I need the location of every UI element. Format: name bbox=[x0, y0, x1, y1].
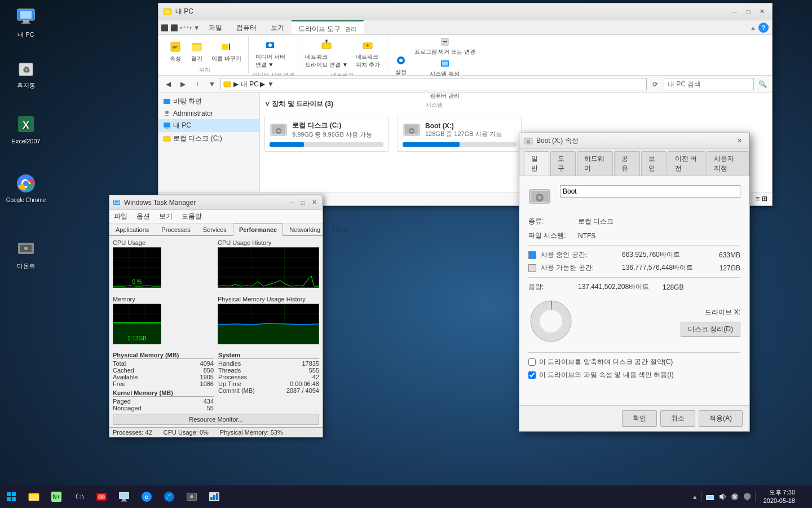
dialog-tab-general[interactable]: 일반 bbox=[524, 151, 549, 176]
dialog-tab-hardware[interactable]: 하드웨어 bbox=[577, 151, 613, 176]
cpu-history-graph bbox=[218, 247, 319, 288]
search-input[interactable] bbox=[664, 78, 754, 90]
tm-tab-performance[interactable]: Performance bbox=[233, 224, 283, 236]
ribbon-manage-label: 관리 bbox=[345, 26, 356, 32]
taskbar-item-ie[interactable]: e bbox=[135, 485, 158, 508]
ribbon-tab-file[interactable]: 파일 bbox=[202, 20, 230, 34]
taskbar-item-edge[interactable] bbox=[158, 485, 180, 508]
tm-menu-options[interactable]: 옵션 bbox=[132, 210, 155, 223]
dialog-tab-customize[interactable]: 사용자 지정 bbox=[707, 151, 749, 176]
start-button[interactable] bbox=[0, 485, 23, 508]
tm-menu-file[interactable]: 파일 bbox=[109, 210, 132, 223]
dialog-close-btn[interactable]: ✕ bbox=[734, 136, 745, 146]
memory-label: Memory bbox=[113, 296, 214, 303]
tm-menu-view[interactable]: 보기 bbox=[155, 210, 177, 223]
desktop-icon-excel[interactable]: X Excel2007 bbox=[6, 113, 46, 144]
tray-volume-icon[interactable] bbox=[718, 492, 727, 501]
stat-commit: Commit (MB) 2087 / 4094 bbox=[218, 387, 319, 394]
drive-item-x[interactable]: Boot (X:) 128GB 중 127GB 사용 가능 bbox=[398, 116, 522, 152]
tm-restore-btn[interactable]: □ bbox=[298, 198, 308, 207]
desktop-icon-chrome[interactable]: Google Chrome bbox=[6, 172, 46, 203]
tm-tab-users[interactable]: Users bbox=[326, 224, 355, 236]
svg-rect-42 bbox=[165, 128, 169, 129]
desktop-icon-recycle[interactable]: ♻ 휴지통 bbox=[6, 56, 46, 90]
index-checkbox[interactable] bbox=[528, 371, 536, 379]
svg-point-108 bbox=[164, 492, 174, 502]
sidebar-item-drive-c[interactable]: 로컬 디스크 (C:) bbox=[158, 132, 259, 145]
svg-point-10 bbox=[23, 181, 29, 186]
svg-point-47 bbox=[277, 130, 280, 132]
nav-forward-btn[interactable]: ▶ bbox=[176, 78, 189, 90]
tm-close-btn[interactable]: ✕ bbox=[309, 198, 319, 207]
ribbon-btn-rename[interactable]: 이름 바꾸기 bbox=[208, 38, 245, 65]
ribbon-tab-drivetool[interactable]: 드라이브 도구 관리 bbox=[292, 20, 364, 34]
taskbar-show-desktop[interactable] bbox=[803, 485, 807, 508]
dialog-tab-security[interactable]: 보안 bbox=[641, 151, 667, 176]
taskbar-items: N+ C:\> CD bbox=[23, 485, 687, 508]
sidebar-item-desktop[interactable]: 바탕 화면 bbox=[158, 95, 259, 108]
tray-security-icon[interactable] bbox=[743, 492, 752, 501]
tm-menu-help[interactable]: 도움말 bbox=[177, 210, 206, 223]
explorer-minimize-btn[interactable]: ─ bbox=[729, 7, 740, 17]
stat-cached: Cached 850 bbox=[113, 367, 214, 374]
view-grid-btn[interactable]: ⊞ bbox=[762, 195, 767, 203]
address-refresh-btn[interactable]: ⟳ bbox=[649, 78, 661, 90]
help-icon[interactable]: ? bbox=[758, 23, 769, 33]
svg-rect-20 bbox=[192, 45, 201, 51]
dialog-apply-btn[interactable]: 적용(A) bbox=[699, 410, 743, 427]
view-list-btn[interactable]: ≡ bbox=[756, 195, 760, 203]
svg-rect-21 bbox=[222, 44, 228, 50]
taskbar-item-crystal[interactable]: CD bbox=[90, 485, 113, 508]
resource-monitor-btn[interactable]: Resource Monitor... bbox=[113, 414, 319, 425]
compress-checkbox[interactable] bbox=[528, 358, 536, 366]
nav-back-btn[interactable]: ◀ bbox=[162, 78, 174, 90]
desktop-icon-mypc[interactable]: 내 PC bbox=[6, 6, 46, 39]
ribbon-btn-open[interactable]: 열기 bbox=[187, 38, 207, 65]
sidebar-item-mypc[interactable]: 내 PC bbox=[158, 119, 259, 132]
tm-status-cpu: CPU Usage: 0% bbox=[164, 429, 209, 436]
tm-minimize-btn[interactable]: ─ bbox=[286, 198, 297, 207]
ribbon-tab-view[interactable]: 보기 bbox=[264, 20, 292, 34]
tm-tab-applications[interactable]: Applications bbox=[109, 224, 155, 236]
taskbar-item-taskmanager[interactable] bbox=[203, 485, 226, 508]
ribbon-tab-computer[interactable]: 컴퓨터 bbox=[230, 20, 264, 34]
dialog-drive-name-input[interactable] bbox=[560, 185, 740, 198]
nav-refresh-btn[interactable]: ▼ bbox=[206, 78, 218, 90]
disk-cleanup-btn[interactable]: 디스크 정리(D) bbox=[681, 322, 740, 337]
ribbon-btn-properties[interactable]: 속성 bbox=[165, 38, 186, 65]
taskbar-mstsc-icon bbox=[186, 491, 198, 503]
taskbar-clock[interactable]: 오후 7:30 2020-05-18 bbox=[759, 488, 800, 506]
sidebar-item-administrator[interactable]: Administrator bbox=[158, 108, 259, 119]
search-btn[interactable]: 🔍 bbox=[756, 78, 769, 90]
nav-up-btn[interactable]: ↑ bbox=[191, 78, 204, 90]
svg-point-13 bbox=[24, 247, 28, 250]
ribbon-btn-network-add[interactable]: + 네트워크위치 추가 bbox=[352, 36, 383, 71]
taskbar-item-mstsc[interactable] bbox=[180, 485, 203, 508]
drive-item-c[interactable]: 로컬 디스크 (C:) 9.99GB 중 9.96GB 사용 가능 bbox=[264, 116, 389, 152]
tm-tab-services[interactable]: Services bbox=[197, 224, 233, 236]
dialog-tab-sharing[interactable]: 공유 bbox=[614, 151, 639, 176]
explorer-maximize-btn[interactable]: □ bbox=[743, 7, 754, 17]
svg-rect-15 bbox=[165, 10, 170, 14]
ribbon-btn-media[interactable]: 미디어 서버연결 ▼ bbox=[252, 36, 289, 71]
taskbar-item-explorer[interactable] bbox=[23, 485, 45, 508]
tm-tab-networking[interactable]: Networking bbox=[283, 224, 326, 236]
dialog-cancel-btn[interactable]: 취소 bbox=[660, 410, 695, 427]
taskbar-tray-expand[interactable]: ▲ bbox=[692, 493, 698, 500]
ribbon-btn-uninstall[interactable]: 프로그램 제거 또는 변경 bbox=[412, 36, 478, 57]
chrome-icon bbox=[15, 172, 37, 195]
address-dropdown-btn[interactable]: ▼ bbox=[266, 78, 275, 90]
svg-rect-38 bbox=[224, 82, 231, 87]
taskbar-item-remote[interactable] bbox=[113, 485, 135, 508]
dialog-tab-previous[interactable]: 이전 버전 bbox=[668, 151, 705, 176]
tray-network-icon[interactable] bbox=[705, 492, 714, 501]
taskbar-item-cmd[interactable]: C:\> bbox=[68, 485, 90, 508]
explorer-close-btn[interactable]: ✕ bbox=[756, 7, 767, 17]
tray-x-icon[interactable] bbox=[730, 492, 739, 501]
taskbar-item-notepadpp[interactable]: N+ bbox=[45, 485, 68, 508]
dialog-tab-tools[interactable]: 도구 bbox=[550, 151, 576, 176]
tm-tab-processes[interactable]: Processes bbox=[155, 224, 196, 236]
desktop-icon-mount[interactable]: 마운트 bbox=[6, 237, 46, 270]
ribbon-btn-network-drive[interactable]: 네트워크드라이브 연결 ▼ bbox=[302, 36, 351, 71]
dialog-ok-btn[interactable]: 확인 bbox=[622, 410, 657, 427]
